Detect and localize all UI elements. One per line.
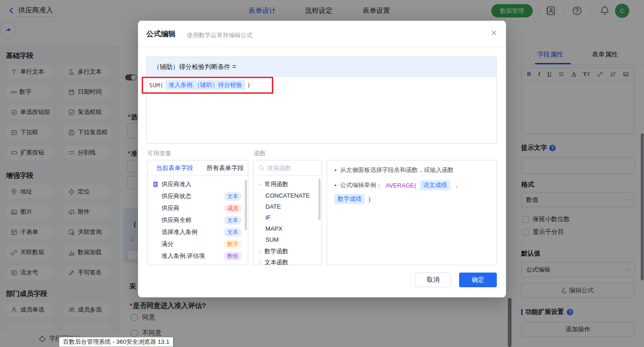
tip-item: •从左侧面板选择字段名和函数，或输入函数 — [334, 166, 489, 174]
tree-root[interactable]: 供应商准入 — [148, 179, 248, 190]
variables-tabs: 当前表单字段 所有表单字段 — [148, 160, 248, 176]
type-badge: 成员 — [224, 204, 242, 213]
functions-scrollbar[interactable] — [318, 179, 321, 220]
variable-row[interactable]: 供应商成员 — [148, 203, 248, 214]
tip-item: • 公式编辑举例：AVERAGE( 语文成绩 ， 数学成绩 ) — [334, 180, 489, 204]
chevron-right-icon — [257, 249, 262, 254]
formula-edit-modal: 公式编辑 使用数学运算符编辑公式 × （辅助）得分检验判断条件 = SUM( 准… — [138, 21, 506, 297]
type-badge: 文本 — [224, 216, 242, 225]
tab-current-form-fields[interactable]: 当前表单字段 — [156, 164, 193, 172]
variable-row[interactable]: 供应商状态文本 — [148, 191, 248, 202]
modal-title: 公式编辑 — [146, 29, 176, 39]
function-search-input[interactable] — [267, 163, 317, 172]
function-item[interactable]: MAPX — [265, 225, 282, 232]
function-group[interactable]: 常用函数 — [257, 179, 288, 189]
example-chip: 数学成绩 — [334, 194, 365, 204]
type-badge: 数字 — [224, 240, 242, 249]
function-item[interactable]: CONCATENATE — [265, 192, 310, 199]
confirm-button[interactable]: 确定 — [459, 273, 497, 287]
tips-panel: •从左侧面板选择字段名和函数，或输入函数 • 公式编辑举例：AVERAGE( 语… — [327, 160, 497, 265]
modal-subtitle: 使用数学运算符编辑公式 — [187, 31, 253, 40]
variable-row[interactable]: 选择准入条例文本 — [148, 227, 248, 238]
function-search[interactable] — [253, 160, 322, 176]
type-badge: 数组 — [224, 252, 242, 261]
variables-label: 可用变量 — [147, 149, 171, 158]
formula-target: （辅助）得分检验判断条件 = — [147, 57, 496, 77]
functions-panel: 常用函数 CONCATENATE DATE IF MAPX SUM 数学函数 文… — [253, 160, 322, 265]
variable-row[interactable]: 满分数字 — [148, 239, 248, 250]
form-doc-icon — [152, 181, 159, 188]
function-item[interactable]: SUM — [265, 236, 279, 243]
functions-label: 函数 — [254, 149, 266, 158]
example-function: AVERAGE( — [386, 182, 416, 189]
type-badge: 文本 — [224, 228, 242, 237]
variables-panel: 当前表单字段 所有表单字段 供应商准入 供应商状态文本 供应商成员 供应商全称文… — [147, 160, 248, 265]
variable-row[interactable]: 准入条例.评估项数组 — [148, 250, 248, 262]
function-item[interactable]: IF — [265, 214, 271, 221]
function-item[interactable]: DATE — [265, 203, 281, 210]
formula-editor[interactable]: （辅助）得分检验判断条件 = — [146, 57, 497, 144]
modal-header: 公式编辑 使用数学运算符编辑公式 × — [138, 21, 506, 47]
chevron-down-icon — [257, 182, 262, 187]
cancel-button[interactable]: 取消 — [415, 273, 451, 287]
function-group[interactable]: 文本函数 — [257, 257, 288, 265]
example-chip: 语文成绩 — [420, 180, 450, 190]
type-badge: 文本 — [224, 192, 242, 201]
variable-row[interactable]: 供应商全称文本 — [148, 215, 248, 226]
variables-scrollbar[interactable] — [245, 180, 247, 230]
close-icon[interactable]: × — [491, 28, 497, 38]
chevron-right-icon — [257, 260, 262, 265]
annotation-red-box — [142, 77, 273, 94]
browser-status-tooltip: 百数后台管理系统 - 360安全浏览器 13.1 — [59, 337, 173, 347]
search-icon — [258, 165, 264, 171]
function-group[interactable]: 数学函数 — [257, 246, 288, 256]
tab-all-form-fields[interactable]: 所有表单字段 — [207, 164, 244, 172]
